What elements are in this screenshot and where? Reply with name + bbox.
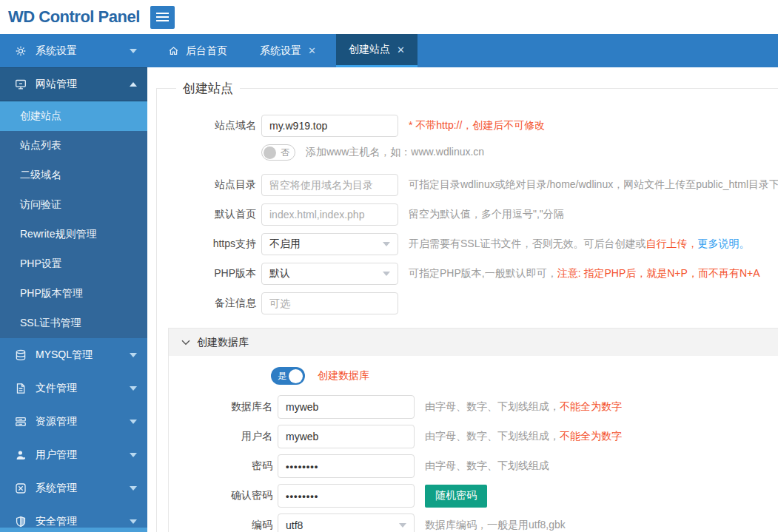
php-label: PHP版本 <box>157 267 261 280</box>
chevron-down-icon <box>130 49 137 53</box>
tab-home[interactable]: 后台首页 <box>155 34 240 67</box>
app-window: WD Control Panel 系统设置 <box>0 0 778 532</box>
site-dir-label: 站点目录 <box>157 178 261 192</box>
close-icon[interactable]: ✕ <box>397 45 405 55</box>
toggle-state-label: 是 <box>278 370 286 383</box>
remark-input[interactable] <box>261 292 398 314</box>
file-icon <box>15 383 27 394</box>
create-db-panel: 创建数据库 是 创建数据库 数据库名 由字母、数字、 <box>168 328 778 532</box>
sidebar-item-system[interactable]: 系统管理 <box>0 471 147 505</box>
form-row-db-encoding: 编码 utf8 数据库编码，一般是用utf8,gbk <box>169 514 778 532</box>
db-name-input[interactable] <box>278 395 415 419</box>
sidebar-item-files[interactable]: 文件管理 <box>0 371 147 405</box>
form-row-www-toggle: 否 添加www主机名，如：www.wdlinux.cn <box>261 144 778 161</box>
db-confirm-label: 确认密码 <box>169 489 278 502</box>
form-row-remark: 备注信息 <box>157 292 778 314</box>
upload-cert-link[interactable]: 自行上传， <box>645 238 697 249</box>
monitor-icon <box>15 78 27 90</box>
domain-label: 站点域名 <box>157 119 261 132</box>
toggle-knob <box>264 147 276 159</box>
form-row-php: PHP版本 默认 可指定PHP版本,一般默认即可，注意: 指定PHP后，就是N+… <box>157 263 778 285</box>
php-hint: 可指定PHP版本,一般默认即可，注意: 指定PHP后，就是N+P，而不再有N+A <box>409 267 760 280</box>
sidebar-item-system-settings[interactable]: 系统设置 <box>0 34 147 67</box>
index-page-input[interactable] <box>261 203 398 226</box>
sidebar-item-resources[interactable]: 资源管理 <box>0 405 147 438</box>
create-site-form: 创建站点 站点域名 * 不带http://，创建后不可修改 否 添加www主机 <box>156 80 778 532</box>
sidebar-subitem-subdomain[interactable]: 二级域名 <box>0 161 147 190</box>
site-dir-hint: 可指定目录wdlinux或绝对目录/home/wdlinux，网站文件上传至pu… <box>409 178 778 192</box>
db-user-input[interactable] <box>278 425 415 448</box>
chevron-down-icon <box>130 353 137 357</box>
app-header: WD Control Panel <box>0 0 778 34</box>
toggle-state-label: 否 <box>281 147 289 159</box>
gear-icon <box>15 45 27 57</box>
form-row-db-toggle: 是 创建数据库 <box>271 367 778 385</box>
form-title: 创建站点 <box>176 80 240 97</box>
db-password-input[interactable] <box>278 454 415 478</box>
https-hint: 开启需要有SSL证书文件，否则无效。可后台创建或自行上传，更多说明。 <box>409 238 749 251</box>
db-password-hint: 由字母、数字、下划线组成 <box>425 459 549 473</box>
chevron-down-icon <box>130 453 137 457</box>
home-icon <box>168 45 179 56</box>
domain-input[interactable] <box>261 115 398 137</box>
db-encoding-label: 编码 <box>169 519 278 532</box>
index-page-label: 默认首页 <box>157 208 261 221</box>
tab-create-site[interactable]: 创建站点 ✕ <box>336 34 417 67</box>
form-row-domain: 站点域名 * 不带http://，创建后不可修改 <box>157 115 778 137</box>
sidebar-subitem-php-settings[interactable]: PHP设置 <box>0 249 147 279</box>
create-db-section-title: 创建数据库 <box>197 336 249 349</box>
db-encoding-select[interactable]: utf8 <box>278 514 415 532</box>
domain-note: * 不带http://，创建后不可修改 <box>409 119 545 132</box>
site-dir-input[interactable] <box>261 174 398 196</box>
more-info-link[interactable]: 更多说明。 <box>697 238 749 249</box>
tab-system-settings[interactable]: 系统设置 ✕ <box>247 34 329 67</box>
form-row-db-name: 数据库名 由字母、数字、下划线组成，不能全为数字 <box>169 395 778 419</box>
sidebar-subitem-rewrite-rules[interactable]: Rewrite规则管理 <box>0 220 147 249</box>
server-icon <box>15 416 27 428</box>
chevron-down-icon <box>383 242 390 246</box>
menu-toggle-button[interactable] <box>150 6 175 29</box>
sidebar-item-mysql[interactable]: MYSQL管理 <box>0 338 147 371</box>
form-row-site-dir: 站点目录 可指定目录wdlinux或绝对目录/home/wdlinux，网站文件… <box>157 174 778 196</box>
sidebar-item-label: 系统设置 <box>36 44 77 58</box>
https-select-value: 不启用 <box>269 238 301 251</box>
form-row-db-password: 密码 由字母、数字、下划线组成 <box>169 454 778 478</box>
close-icon[interactable]: ✕ <box>308 46 316 55</box>
www-toggle[interactable]: 否 <box>261 144 295 161</box>
form-row-db-user: 用户名 由字母、数字、下划线组成，不能全为数字 <box>169 425 778 448</box>
random-password-button[interactable]: 随机密码 <box>425 485 487 508</box>
database-icon <box>15 349 27 361</box>
chevron-down-icon <box>130 519 137 524</box>
tab-bar: 后台首页 系统设置 ✕ 创建站点 ✕ <box>147 34 778 67</box>
form-row-db-confirm: 确认密码 随机密码 <box>169 484 778 508</box>
sidebar-item-website-management[interactable]: 网站管理 <box>0 67 147 101</box>
create-db-section-header[interactable]: 创建数据库 <box>169 329 778 356</box>
db-confirm-input[interactable] <box>278 484 415 508</box>
www-toggle-hint: 添加www主机名，如：www.wdlinux.cn <box>306 146 484 159</box>
sidebar-subitem-php-versions[interactable]: PHP版本管理 <box>0 279 147 309</box>
sidebar: 系统设置 网站管理 创建站点 站点列表 二级域名 访问验证 Rewrite规 <box>0 34 147 532</box>
chevron-down-icon <box>399 523 406 528</box>
db-name-label: 数据库名 <box>169 400 278 414</box>
user-icon <box>15 449 27 461</box>
sidebar-subitem-ssl-certs[interactable]: SSL证书管理 <box>0 309 147 338</box>
form-row-https: https支持 不启用 开启需要有SSL证书文件，否则无效。可后台创建或自行上传… <box>157 233 778 255</box>
chevron-down-icon <box>130 486 137 491</box>
https-select[interactable]: 不启用 <box>261 233 398 255</box>
remark-label: 备注信息 <box>157 297 261 310</box>
sidebar-subitem-site-list[interactable]: 站点列表 <box>0 131 147 161</box>
main-content: 创建站点 站点域名 * 不带http://，创建后不可修改 否 添加www主机 <box>147 67 778 532</box>
db-encoding-hint: 数据库编码，一般是用utf8,gbk <box>425 519 566 532</box>
sidebar-subitem-access-auth[interactable]: 访问验证 <box>0 190 147 220</box>
chevron-up-icon <box>130 82 137 87</box>
create-db-toggle[interactable]: 是 <box>271 367 305 385</box>
toggle-knob <box>289 369 303 383</box>
index-page-hint: 留空为默认值，多个用逗号","分隔 <box>409 208 564 221</box>
https-label: https支持 <box>157 238 261 251</box>
php-version-select[interactable]: 默认 <box>261 263 398 285</box>
create-db-toggle-label: 创建数据库 <box>318 369 369 383</box>
shield-icon <box>15 516 27 528</box>
sidebar-subitem-create-site[interactable]: 创建站点 <box>0 101 147 131</box>
sidebar-item-users[interactable]: 用户管理 <box>0 438 147 471</box>
chevron-down-icon <box>181 340 190 346</box>
